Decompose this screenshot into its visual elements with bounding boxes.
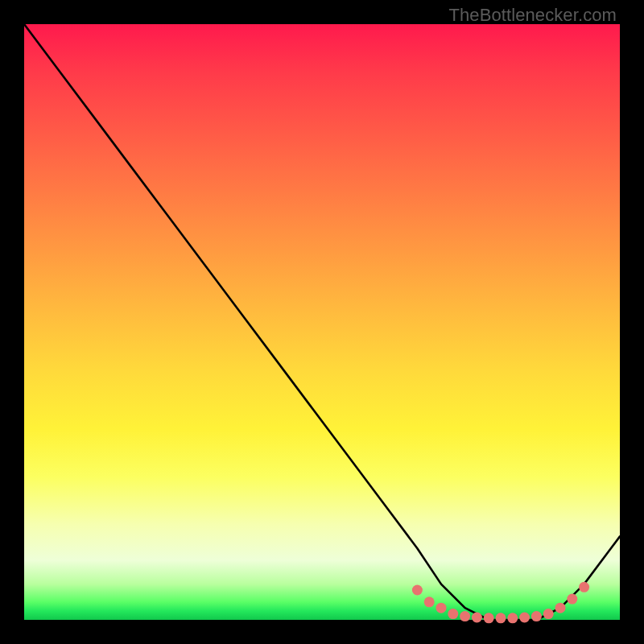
valley-dot — [448, 609, 458, 619]
valley-dot — [519, 613, 530, 623]
watermark-text: TheBottlenecker.com — [448, 5, 617, 26]
valley-dots-group — [412, 582, 589, 624]
valley-dot — [460, 611, 470, 621]
valley-dot — [543, 609, 554, 619]
valley-dot — [484, 613, 494, 623]
valley-dot — [507, 613, 518, 623]
chart-frame — [24, 24, 620, 620]
valley-dot — [555, 603, 566, 613]
valley-dot — [579, 582, 589, 592]
valley-dot — [567, 594, 577, 605]
curve-layer — [24, 24, 620, 620]
bottleneck-curve — [24, 24, 620, 620]
valley-dot — [424, 597, 435, 607]
chart-svg — [24, 24, 620, 620]
valley-dot — [412, 585, 423, 596]
valley-dot — [496, 613, 506, 623]
valley-dot — [436, 603, 447, 613]
valley-dot — [531, 611, 542, 621]
valley-dot — [472, 613, 482, 623]
